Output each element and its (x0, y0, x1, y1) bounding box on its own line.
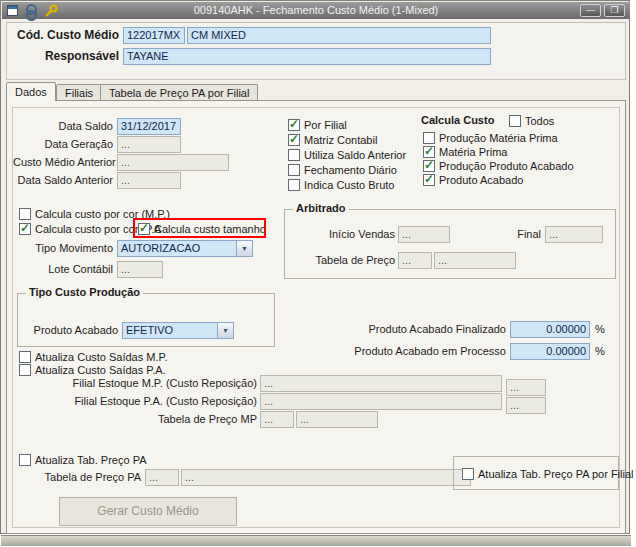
produto-acabado-finalizado-label: Produto Acabado Finalizado (341, 321, 506, 338)
checkbox-label: Produto Acabado (439, 174, 523, 186)
checkbox-fechamento-diario[interactable]: Fechamento Diário (288, 163, 397, 177)
data-saldo-anterior-input[interactable]: ... (117, 172, 181, 189)
filial-estoque-mp-label: Filial Estoque M.P. (Custo Reposição) (59, 375, 257, 392)
lote-contabil-input[interactable]: ... (117, 261, 163, 278)
checkbox-box (288, 119, 300, 131)
checkbox-utiliza-saldo-anterior[interactable]: Utiliza Saldo Anterior (288, 148, 406, 162)
checkbox-por-filial[interactable]: Por Filial (288, 118, 347, 132)
tipo-movimento-select[interactable]: AUTORIZACAO ▼ (117, 240, 253, 257)
checkbox-box (423, 174, 435, 186)
checkbox-box (288, 149, 300, 161)
checkbox-producao-produto-acabado[interactable]: Produção Produto Acabado (423, 159, 574, 173)
checkbox-materia-prima[interactable]: Matéria Prima (423, 145, 507, 159)
checkbox-box (423, 132, 435, 144)
checkbox-box (19, 208, 31, 220)
inicio-vendas-input[interactable]: ... (398, 226, 450, 243)
checkbox-atualiza-tab-preco-pa-por-filial[interactable]: Atualiza Tab. Preço PA por Filial (462, 467, 634, 481)
cod-custo-medio-label: Cód. Custo Médio (9, 27, 119, 44)
data-geracao-input[interactable]: ... (117, 136, 181, 153)
tab-dados[interactable]: Dados (6, 82, 56, 101)
checkbox-box (509, 115, 521, 127)
tipo-movimento-label: Tipo Movimento (13, 240, 113, 257)
final-input[interactable]: ... (545, 226, 603, 243)
window-title: 009140AHK - Fechamento Custo Médio (1-Mi… (62, 4, 570, 16)
checkbox-box (19, 364, 31, 376)
filial-estoque-pa-input[interactable]: ... (260, 393, 502, 410)
group-arbitrado-title: Arbitrado (293, 202, 349, 214)
checkbox-label: Indica Custo Bruto (304, 179, 395, 191)
filial-estoque-pa-extra-input[interactable]: ... (506, 397, 546, 414)
checkbox-box (19, 223, 31, 235)
percent-sign: % (595, 321, 609, 338)
produto-acabado-value: EFETIVO (123, 323, 217, 338)
tabela-preco-desc-input[interactable]: ... (434, 252, 516, 269)
cod-custo-medio-desc-input[interactable]: CM MIXED (187, 27, 491, 44)
checkbox-box (423, 160, 435, 172)
produto-acabado-em-processo-input[interactable]: 0.00000 (510, 343, 590, 360)
checkbox-box (288, 164, 300, 176)
tipo-movimento-value: AUTORIZACAO (118, 241, 236, 256)
custo-medio-anterior-input[interactable]: ... (117, 154, 229, 171)
checkbox-atualiza-tab-preco-pa[interactable]: Atualiza Tab. Preço PA (19, 453, 147, 467)
rings-icon[interactable] (25, 4, 37, 18)
window-frame: 009140AHK - Fechamento Custo Médio (1-Mi… (0, 0, 630, 534)
data-geracao-label: Data Geração (13, 136, 113, 153)
window-icon[interactable] (7, 5, 18, 16)
inicio-vendas-label: Início Vendas (305, 226, 395, 243)
produto-acabado-em-processo-label: Produto Acabado em Processo (341, 343, 506, 360)
restore-button[interactable]: ❐ (604, 4, 625, 17)
checkbox-atualiza-custo-saidas-mp[interactable]: Atualiza Custo Saídas M.P. (19, 350, 167, 364)
filial-estoque-mp-input[interactable]: ... (260, 375, 502, 392)
checkbox-label: Produção Matéria Prima (439, 132, 558, 144)
filial-estoque-mp-extra-input[interactable]: ... (506, 379, 546, 396)
checkbox-label: Matéria Prima (439, 146, 507, 158)
key-icon[interactable] (44, 4, 58, 20)
checkbox-label: Todos (525, 115, 554, 127)
tabela-preco-pa-label: Tabela de Preço PA (39, 469, 141, 486)
cod-custo-medio-input[interactable]: 122017MX (123, 27, 185, 44)
final-label: Final (507, 226, 541, 243)
checkbox-box (19, 351, 31, 363)
checkbox-box (462, 468, 474, 480)
checkbox-box (288, 134, 300, 146)
checkbox-matriz-contabil[interactable]: Matriz Contabil (288, 133, 377, 147)
group-tipo-custo-producao: Tipo Custo Produção Produto Acabado EFET… (17, 293, 275, 347)
minimize-button[interactable]: — (580, 4, 601, 17)
tabela-preco-pa-desc-input[interactable]: ... (181, 469, 471, 486)
checkbox-todos[interactable]: Todos (509, 114, 554, 128)
filial-estoque-pa-label: Filial Estoque P.A. (Custo Reposição) (59, 393, 257, 410)
group-atualiza-pa-filial: Atualiza Tab. Preço PA por Filial (453, 456, 619, 490)
app-window: 009140AHK - Fechamento Custo Médio (1-Mi… (0, 0, 636, 547)
annotation-red-box (133, 218, 266, 238)
tabela-preco-code-input[interactable]: ... (398, 252, 432, 269)
data-saldo-input[interactable]: 31/12/2017 (117, 118, 181, 135)
data-saldo-anterior-label: Data Saldo Anterior (13, 172, 113, 189)
tabela-preco-mp-desc-input[interactable]: ... (296, 411, 378, 428)
custo-medio-anterior-label: Custo Médio Anterior (13, 154, 113, 171)
tabela-preco-pa-code-input[interactable]: ... (145, 469, 179, 486)
checkbox-producao-materia-prima[interactable]: Produção Matéria Prima (423, 131, 558, 145)
window-bottom-bar (1, 535, 631, 546)
group-calcula-custo-title: Calcula Custo (421, 114, 494, 126)
gerar-custo-medio-button[interactable]: Gerar Custo Médio (59, 497, 237, 526)
produto-acabado-finalizado-input[interactable]: 0.00000 (510, 321, 590, 338)
tab-filiais[interactable]: Filiais (56, 84, 102, 101)
checkbox-label: Produção Produto Acabado (439, 160, 574, 172)
checkbox-box (423, 146, 435, 158)
tabela-preco-mp-code-input[interactable]: ... (260, 411, 294, 428)
group-arbitrado: Arbitrado Início Vendas ... Final ... Ta… (284, 209, 616, 279)
chevron-down-icon[interactable]: ▼ (236, 241, 252, 256)
checkbox-label: Matriz Contabil (304, 134, 377, 146)
responsavel-input[interactable]: TAYANE (123, 48, 491, 65)
titlebar: 009140AHK - Fechamento Custo Médio (1-Mi… (2, 2, 630, 19)
data-saldo-label: Data Saldo (13, 118, 113, 135)
checkbox-label: Fechamento Diário (304, 164, 397, 176)
produto-acabado-select[interactable]: EFETIVO ▼ (122, 322, 234, 339)
tabela-preco-mp-label: Tabela de Preço MP (59, 411, 257, 428)
checkbox-indica-custo-bruto[interactable]: Indica Custo Bruto (288, 178, 395, 192)
percent-sign: % (595, 343, 609, 360)
checkbox-produto-acabado[interactable]: Produto Acabado (423, 173, 523, 187)
tab-tabela-preco-pa-por-filial[interactable]: Tabela de Preço PA por Filial (100, 84, 258, 101)
chevron-down-icon[interactable]: ▼ (217, 323, 233, 338)
titlebar-buttons: — ❐ (577, 4, 625, 17)
